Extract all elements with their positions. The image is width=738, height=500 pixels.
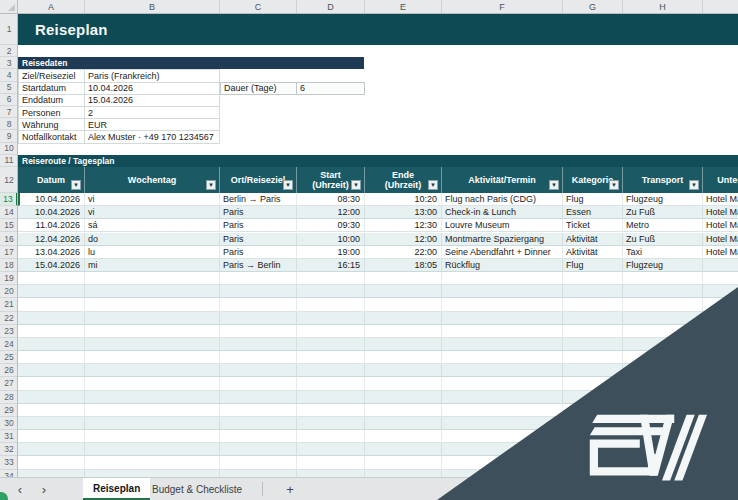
empty-cell[interactable] <box>220 285 297 298</box>
tab-budget-checkliste[interactable]: Budget & Checkliste <box>142 478 252 500</box>
empty-cell[interactable] <box>297 298 365 311</box>
table-cell[interactable]: Paris <box>220 246 297 259</box>
table-cell[interactable]: vi <box>85 206 220 219</box>
duration-label-cell[interactable]: Dauer (Tage) <box>220 82 297 95</box>
empty-cell[interactable] <box>220 456 297 469</box>
row-header-26[interactable]: 26 <box>0 364 18 377</box>
empty-cell[interactable] <box>18 272 85 285</box>
empty-cell[interactable] <box>365 377 442 390</box>
empty-cell[interactable] <box>220 298 297 311</box>
table-cell[interactable]: Zu Fuß <box>623 206 703 219</box>
row-header-3[interactable]: 3 <box>0 57 18 69</box>
empty-cell[interactable] <box>297 377 365 390</box>
empty-cell[interactable] <box>297 443 365 456</box>
empty-cell[interactable] <box>297 272 365 285</box>
empty-cell[interactable] <box>18 430 85 443</box>
empty-cell[interactable] <box>297 338 365 351</box>
empty-cell[interactable] <box>18 377 85 390</box>
empty-cell[interactable] <box>18 338 85 351</box>
column-header-aktivit-t-termin[interactable]: Aktivität/Termin▼ <box>442 167 563 193</box>
empty-cell[interactable] <box>220 470 297 477</box>
empty-cell[interactable] <box>563 325 623 338</box>
table-cell[interactable]: Essen <box>563 206 623 219</box>
select-all-corner[interactable] <box>0 0 18 14</box>
empty-cell[interactable] <box>563 272 623 285</box>
empty-cell[interactable] <box>85 470 220 477</box>
table-cell[interactable]: Paris <box>220 233 297 246</box>
table-cell[interactable]: Berlin → Paris <box>220 193 297 206</box>
empty-cell[interactable] <box>220 364 297 377</box>
empty-cell[interactable] <box>297 391 365 404</box>
row-header-14[interactable]: 14 <box>0 206 18 219</box>
empty-cell[interactable] <box>85 364 220 377</box>
empty-cell[interactable] <box>365 430 442 443</box>
row-header-21[interactable]: 21 <box>0 298 18 311</box>
empty-cell[interactable] <box>563 285 623 298</box>
empty-cell[interactable] <box>442 404 563 417</box>
column-header-E[interactable]: E <box>365 0 442 13</box>
empty-cell[interactable] <box>18 456 85 469</box>
table-cell[interactable]: Montmartre Spaziergang <box>442 233 563 246</box>
empty-cell[interactable] <box>220 272 297 285</box>
row-header-25[interactable]: 25 <box>0 351 18 364</box>
empty-cell[interactable] <box>18 443 85 456</box>
row-header-22[interactable]: 22 <box>0 312 18 325</box>
empty-cell[interactable] <box>365 298 442 311</box>
column-header-F[interactable]: F <box>442 0 563 13</box>
empty-cell[interactable] <box>297 470 365 477</box>
table-cell[interactable]: Metro <box>623 219 703 232</box>
column-header-B[interactable]: B <box>85 0 220 13</box>
column-header-ort-reiseziel[interactable]: Ort/Reiseziel▼ <box>220 167 297 193</box>
row-header-13[interactable]: 13 <box>0 193 18 206</box>
empty-cell[interactable] <box>297 430 365 443</box>
table-cell[interactable]: Zu Fuß <box>623 233 703 246</box>
row-header-11[interactable]: 11 <box>0 155 18 167</box>
reiseroute-section-header[interactable]: Reiseroute / Tagesplan <box>18 155 738 167</box>
row-header-12[interactable]: 12 <box>0 167 18 193</box>
column-header-unterkunft[interactable]: Unterkunft▼ <box>703 167 738 193</box>
empty-cell[interactable] <box>85 404 220 417</box>
row-header-33[interactable]: 33 <box>0 456 18 469</box>
row-header-27[interactable]: 27 <box>0 377 18 390</box>
table-cell[interactable]: Paris <box>220 219 297 232</box>
empty-cell[interactable] <box>297 312 365 325</box>
table-cell[interactable]: 19:00 <box>297 246 365 259</box>
empty-cell[interactable] <box>623 298 703 311</box>
table-cell[interactable]: Taxi <box>623 246 703 259</box>
table-cell[interactable]: 15.04.2026 <box>18 259 85 272</box>
empty-cell[interactable] <box>18 364 85 377</box>
row-header-6[interactable]: 6 <box>0 94 18 106</box>
filter-dropdown-icon[interactable]: ▼ <box>428 180 438 190</box>
empty-cell[interactable] <box>220 417 297 430</box>
empty-cell[interactable] <box>703 272 738 285</box>
title-cell[interactable]: Reiseplan <box>18 14 738 45</box>
empty-cell[interactable] <box>85 312 220 325</box>
filter-dropdown-icon[interactable]: ▼ <box>206 180 216 190</box>
table-cell[interactable]: Aktivität <box>563 233 623 246</box>
empty-cell[interactable] <box>85 338 220 351</box>
empty-cell[interactable] <box>85 285 220 298</box>
empty-cell[interactable] <box>365 417 442 430</box>
table-cell[interactable]: lu <box>85 246 220 259</box>
empty-cell[interactable] <box>220 430 297 443</box>
empty-cell[interactable] <box>442 351 563 364</box>
empty-cell[interactable] <box>297 404 365 417</box>
empty-cell[interactable] <box>85 272 220 285</box>
column-header-H[interactable]: H <box>623 0 703 13</box>
empty-cell[interactable] <box>85 325 220 338</box>
empty-cell[interactable] <box>297 364 365 377</box>
empty-cell[interactable] <box>85 377 220 390</box>
row-header-20[interactable]: 20 <box>0 285 18 298</box>
column-header-I[interactable]: I <box>703 0 738 13</box>
column-header-ende[interactable]: Ende(Uhrzeit)▼ <box>365 167 442 193</box>
table-cell[interactable]: Flugzeug <box>623 193 703 206</box>
filter-dropdown-icon[interactable]: ▼ <box>351 180 361 190</box>
table-cell[interactable]: Rückflug <box>442 259 563 272</box>
table-cell[interactable]: do <box>85 233 220 246</box>
info-value-cell[interactable]: Paris (Frankreich) <box>84 69 220 82</box>
empty-cell[interactable] <box>18 417 85 430</box>
empty-cell[interactable] <box>563 312 623 325</box>
table-cell[interactable]: 16:15 <box>297 259 365 272</box>
row-header-7[interactable]: 7 <box>0 106 18 118</box>
filter-dropdown-icon[interactable]: ▼ <box>689 180 699 190</box>
